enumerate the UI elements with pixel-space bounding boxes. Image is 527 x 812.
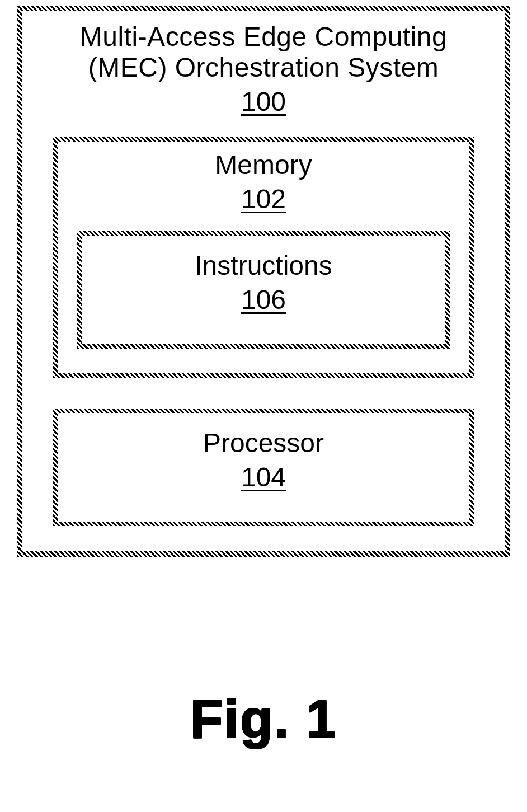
processor-label: Processor: [58, 428, 469, 458]
figure-caption: Fig. 1: [0, 688, 527, 750]
instructions-box: Instructions 106: [77, 231, 450, 349]
memory-label: Memory: [58, 149, 469, 180]
processor-ref-number: 104: [58, 462, 469, 492]
processor-box: Processor 104: [53, 409, 474, 526]
memory-title-block: Memory 102: [58, 149, 469, 214]
outer-system-box: Multi-Access Edge Computing (MEC) Orches…: [17, 6, 510, 557]
memory-ref-number: 102: [58, 184, 469, 214]
instructions-ref-number: 106: [82, 284, 445, 315]
outer-title-block: Multi-Access Edge Computing (MEC) Orches…: [22, 21, 505, 117]
outer-title-line1: Multi-Access Edge Computing: [22, 21, 505, 52]
memory-box: Memory 102 Instructions 106: [53, 137, 474, 378]
outer-ref-number: 100: [22, 86, 505, 117]
processor-title-block: Processor 104: [58, 428, 469, 492]
outer-title-line2: (MEC) Orchestration System: [22, 52, 505, 83]
instructions-title-block: Instructions 106: [82, 250, 445, 315]
figure-caption-text: Fig. 1: [190, 689, 337, 749]
instructions-label: Instructions: [82, 250, 445, 281]
diagram-canvas: Multi-Access Edge Computing (MEC) Orches…: [0, 0, 527, 812]
